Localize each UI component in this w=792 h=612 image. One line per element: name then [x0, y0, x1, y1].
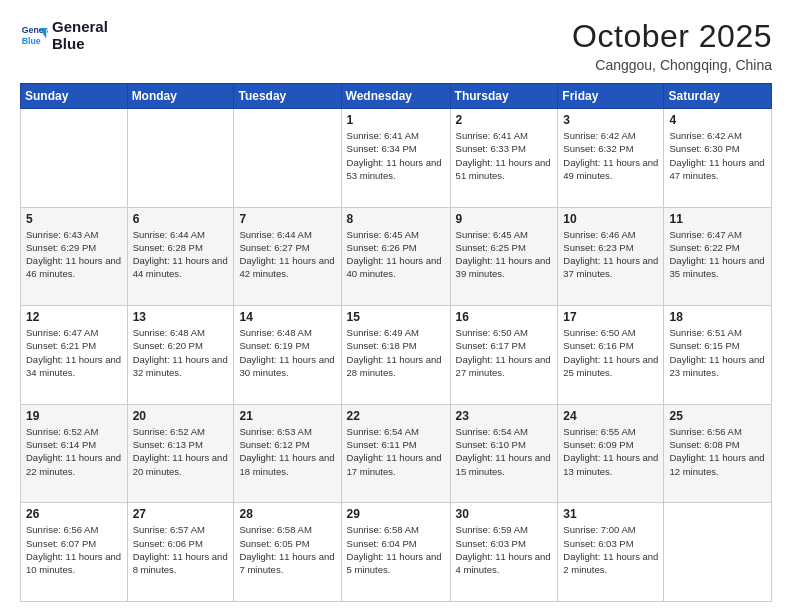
logo-icon: General Blue: [20, 21, 48, 49]
day-header-monday: Monday: [127, 84, 234, 109]
day-number: 10: [563, 212, 658, 226]
day-number: 11: [669, 212, 766, 226]
calendar-cell: 30Sunrise: 6:59 AMSunset: 6:03 PMDayligh…: [450, 503, 558, 602]
calendar: SundayMondayTuesdayWednesdayThursdayFrid…: [20, 83, 772, 602]
day-info: Sunrise: 6:44 AMSunset: 6:28 PMDaylight:…: [133, 228, 229, 281]
day-number: 2: [456, 113, 553, 127]
calendar-cell: 15Sunrise: 6:49 AMSunset: 6:18 PMDayligh…: [341, 306, 450, 405]
day-info: Sunrise: 6:43 AMSunset: 6:29 PMDaylight:…: [26, 228, 122, 281]
calendar-cell: 7Sunrise: 6:44 AMSunset: 6:27 PMDaylight…: [234, 207, 341, 306]
title-block: October 2025 Canggou, Chongqing, China: [572, 18, 772, 73]
day-info: Sunrise: 6:56 AMSunset: 6:07 PMDaylight:…: [26, 523, 122, 576]
calendar-cell: 9Sunrise: 6:45 AMSunset: 6:25 PMDaylight…: [450, 207, 558, 306]
day-number: 23: [456, 409, 553, 423]
day-number: 5: [26, 212, 122, 226]
day-number: 21: [239, 409, 335, 423]
day-info: Sunrise: 6:46 AMSunset: 6:23 PMDaylight:…: [563, 228, 658, 281]
calendar-cell: 8Sunrise: 6:45 AMSunset: 6:26 PMDaylight…: [341, 207, 450, 306]
day-info: Sunrise: 6:48 AMSunset: 6:20 PMDaylight:…: [133, 326, 229, 379]
calendar-cell: 31Sunrise: 7:00 AMSunset: 6:03 PMDayligh…: [558, 503, 664, 602]
day-number: 25: [669, 409, 766, 423]
location-subtitle: Canggou, Chongqing, China: [572, 57, 772, 73]
logo-text: General Blue: [52, 18, 108, 53]
calendar-cell: 20Sunrise: 6:52 AMSunset: 6:13 PMDayligh…: [127, 404, 234, 503]
calendar-cell: [234, 109, 341, 208]
day-number: 6: [133, 212, 229, 226]
calendar-cell: 22Sunrise: 6:54 AMSunset: 6:11 PMDayligh…: [341, 404, 450, 503]
day-info: Sunrise: 6:50 AMSunset: 6:17 PMDaylight:…: [456, 326, 553, 379]
day-info: Sunrise: 6:44 AMSunset: 6:27 PMDaylight:…: [239, 228, 335, 281]
day-number: 24: [563, 409, 658, 423]
calendar-cell: 5Sunrise: 6:43 AMSunset: 6:29 PMDaylight…: [21, 207, 128, 306]
day-info: Sunrise: 6:55 AMSunset: 6:09 PMDaylight:…: [563, 425, 658, 478]
day-number: 27: [133, 507, 229, 521]
day-number: 7: [239, 212, 335, 226]
calendar-cell: 26Sunrise: 6:56 AMSunset: 6:07 PMDayligh…: [21, 503, 128, 602]
day-info: Sunrise: 6:53 AMSunset: 6:12 PMDaylight:…: [239, 425, 335, 478]
day-number: 3: [563, 113, 658, 127]
day-header-thursday: Thursday: [450, 84, 558, 109]
calendar-cell: 3Sunrise: 6:42 AMSunset: 6:32 PMDaylight…: [558, 109, 664, 208]
day-number: 18: [669, 310, 766, 324]
calendar-cell: 16Sunrise: 6:50 AMSunset: 6:17 PMDayligh…: [450, 306, 558, 405]
day-info: Sunrise: 6:42 AMSunset: 6:30 PMDaylight:…: [669, 129, 766, 182]
day-info: Sunrise: 6:49 AMSunset: 6:18 PMDaylight:…: [347, 326, 445, 379]
day-number: 30: [456, 507, 553, 521]
calendar-cell: 28Sunrise: 6:58 AMSunset: 6:05 PMDayligh…: [234, 503, 341, 602]
day-info: Sunrise: 6:52 AMSunset: 6:13 PMDaylight:…: [133, 425, 229, 478]
calendar-cell: 17Sunrise: 6:50 AMSunset: 6:16 PMDayligh…: [558, 306, 664, 405]
day-number: 26: [26, 507, 122, 521]
day-info: Sunrise: 6:45 AMSunset: 6:25 PMDaylight:…: [456, 228, 553, 281]
day-info: Sunrise: 6:56 AMSunset: 6:08 PMDaylight:…: [669, 425, 766, 478]
calendar-cell: 23Sunrise: 6:54 AMSunset: 6:10 PMDayligh…: [450, 404, 558, 503]
day-info: Sunrise: 6:52 AMSunset: 6:14 PMDaylight:…: [26, 425, 122, 478]
day-info: Sunrise: 6:41 AMSunset: 6:34 PMDaylight:…: [347, 129, 445, 182]
day-header-tuesday: Tuesday: [234, 84, 341, 109]
day-header-sunday: Sunday: [21, 84, 128, 109]
day-info: Sunrise: 6:58 AMSunset: 6:04 PMDaylight:…: [347, 523, 445, 576]
day-number: 28: [239, 507, 335, 521]
day-info: Sunrise: 6:47 AMSunset: 6:21 PMDaylight:…: [26, 326, 122, 379]
calendar-cell: 6Sunrise: 6:44 AMSunset: 6:28 PMDaylight…: [127, 207, 234, 306]
month-title: October 2025: [572, 18, 772, 55]
day-number: 22: [347, 409, 445, 423]
day-info: Sunrise: 6:58 AMSunset: 6:05 PMDaylight:…: [239, 523, 335, 576]
day-number: 8: [347, 212, 445, 226]
calendar-cell: 11Sunrise: 6:47 AMSunset: 6:22 PMDayligh…: [664, 207, 772, 306]
calendar-cell: [127, 109, 234, 208]
calendar-cell: 19Sunrise: 6:52 AMSunset: 6:14 PMDayligh…: [21, 404, 128, 503]
day-info: Sunrise: 6:48 AMSunset: 6:19 PMDaylight:…: [239, 326, 335, 379]
day-number: 19: [26, 409, 122, 423]
svg-text:Blue: Blue: [22, 36, 41, 46]
day-number: 12: [26, 310, 122, 324]
day-number: 4: [669, 113, 766, 127]
day-header-wednesday: Wednesday: [341, 84, 450, 109]
day-info: Sunrise: 6:54 AMSunset: 6:11 PMDaylight:…: [347, 425, 445, 478]
day-number: 31: [563, 507, 658, 521]
calendar-cell: 14Sunrise: 6:48 AMSunset: 6:19 PMDayligh…: [234, 306, 341, 405]
day-info: Sunrise: 7:00 AMSunset: 6:03 PMDaylight:…: [563, 523, 658, 576]
day-info: Sunrise: 6:42 AMSunset: 6:32 PMDaylight:…: [563, 129, 658, 182]
calendar-cell: 27Sunrise: 6:57 AMSunset: 6:06 PMDayligh…: [127, 503, 234, 602]
calendar-cell: 4Sunrise: 6:42 AMSunset: 6:30 PMDaylight…: [664, 109, 772, 208]
day-info: Sunrise: 6:50 AMSunset: 6:16 PMDaylight:…: [563, 326, 658, 379]
calendar-cell: 25Sunrise: 6:56 AMSunset: 6:08 PMDayligh…: [664, 404, 772, 503]
calendar-cell: 13Sunrise: 6:48 AMSunset: 6:20 PMDayligh…: [127, 306, 234, 405]
calendar-cell: 18Sunrise: 6:51 AMSunset: 6:15 PMDayligh…: [664, 306, 772, 405]
day-info: Sunrise: 6:41 AMSunset: 6:33 PMDaylight:…: [456, 129, 553, 182]
day-header-friday: Friday: [558, 84, 664, 109]
day-number: 1: [347, 113, 445, 127]
calendar-cell: 24Sunrise: 6:55 AMSunset: 6:09 PMDayligh…: [558, 404, 664, 503]
calendar-cell: 10Sunrise: 6:46 AMSunset: 6:23 PMDayligh…: [558, 207, 664, 306]
logo: General Blue General Blue: [20, 18, 108, 53]
day-number: 17: [563, 310, 658, 324]
day-number: 14: [239, 310, 335, 324]
day-info: Sunrise: 6:51 AMSunset: 6:15 PMDaylight:…: [669, 326, 766, 379]
calendar-cell: [21, 109, 128, 208]
day-number: 13: [133, 310, 229, 324]
day-number: 15: [347, 310, 445, 324]
calendar-cell: 2Sunrise: 6:41 AMSunset: 6:33 PMDaylight…: [450, 109, 558, 208]
calendar-cell: 21Sunrise: 6:53 AMSunset: 6:12 PMDayligh…: [234, 404, 341, 503]
calendar-cell: 1Sunrise: 6:41 AMSunset: 6:34 PMDaylight…: [341, 109, 450, 208]
day-number: 29: [347, 507, 445, 521]
